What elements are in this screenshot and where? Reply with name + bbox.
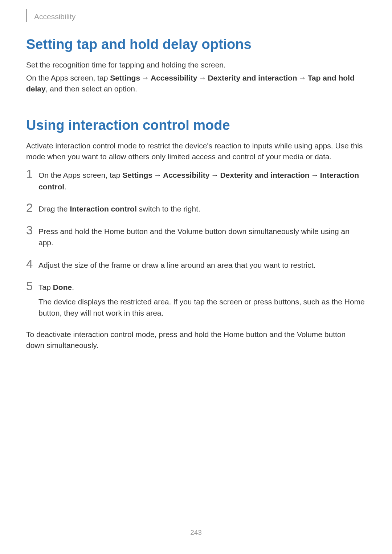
step-number-1: 1 <box>26 168 38 180</box>
step5-bold: Done <box>53 283 72 291</box>
step-3-content: Press and hold the Home button and the V… <box>38 225 366 249</box>
step-1-content: On the Apps screen, tap Settings→Accessi… <box>38 169 366 192</box>
section1-p2-prefix: On the Apps screen, tap <box>26 74 110 82</box>
header-bar: Accessibility <box>26 12 366 22</box>
section1-p1: Set the recognition time for tapping and… <box>26 59 366 70</box>
list-item: 3 Press and hold the Home button and the… <box>26 225 366 249</box>
step-5-content: Tap Done. The device displays the restri… <box>38 281 366 319</box>
step-number-5: 5 <box>26 280 38 292</box>
step5-prefix: Tap <box>38 283 53 291</box>
list-item: 5 Tap Done. The device displays the rest… <box>26 281 366 319</box>
page-number: 243 <box>0 529 392 537</box>
step-number-3: 3 <box>26 224 38 236</box>
step-4-content: Adjust the size of the frame or draw a l… <box>38 259 366 271</box>
section2-steps-list: 1 On the Apps screen, tap Settings→Acces… <box>26 169 366 319</box>
step5-suffix: . <box>72 283 74 291</box>
arrow-icon: → <box>211 169 219 181</box>
step-number-4: 4 <box>26 258 38 270</box>
step2-bold: Interaction control <box>70 205 136 213</box>
list-item: 4 Adjust the size of the frame or draw a… <box>26 259 366 271</box>
section2-p1: Activate interaction control mode to res… <box>26 140 366 163</box>
arrow-icon: → <box>299 73 306 83</box>
arrow-icon: → <box>199 73 206 83</box>
step1-nav-dexterity: Dexterity and interaction <box>220 171 309 179</box>
section1-nav-dexterity: Dexterity and interaction <box>208 74 297 82</box>
section1-heading: Setting tap and hold delay options <box>26 36 366 53</box>
list-item: 2 Drag the Interaction control switch to… <box>26 202 366 215</box>
section1-nav-settings: Settings <box>110 74 140 82</box>
section1-nav-accessibility: Accessibility <box>151 74 197 82</box>
header-tab-indicator <box>26 9 27 22</box>
arrow-icon: → <box>142 73 149 83</box>
step-number-2: 2 <box>26 202 38 214</box>
step2-prefix: Drag the <box>38 205 70 213</box>
section2-closing: To deactivate interaction control mode, … <box>26 329 366 351</box>
step1-suffix: . <box>64 182 66 191</box>
step-2-content: Drag the Interaction control switch to t… <box>38 202 366 215</box>
header-section-label: Accessibility <box>34 12 75 21</box>
section1-p2-suffix: , and then select an option. <box>46 85 137 93</box>
arrow-icon: → <box>154 169 162 181</box>
step1-nav-accessibility: Accessibility <box>163 171 209 179</box>
arrow-icon: → <box>311 169 319 181</box>
step2-suffix: switch to the right. <box>137 205 200 213</box>
section2-heading: Using interaction control mode <box>26 117 366 134</box>
list-item: 1 On the Apps screen, tap Settings→Acces… <box>26 169 366 192</box>
section1-p2: On the Apps screen, tap Settings→Accessi… <box>26 73 366 95</box>
step1-prefix: On the Apps screen, tap <box>38 171 122 179</box>
step5-followup: The device displays the restricted area.… <box>38 296 366 319</box>
step1-nav-settings: Settings <box>122 171 152 179</box>
